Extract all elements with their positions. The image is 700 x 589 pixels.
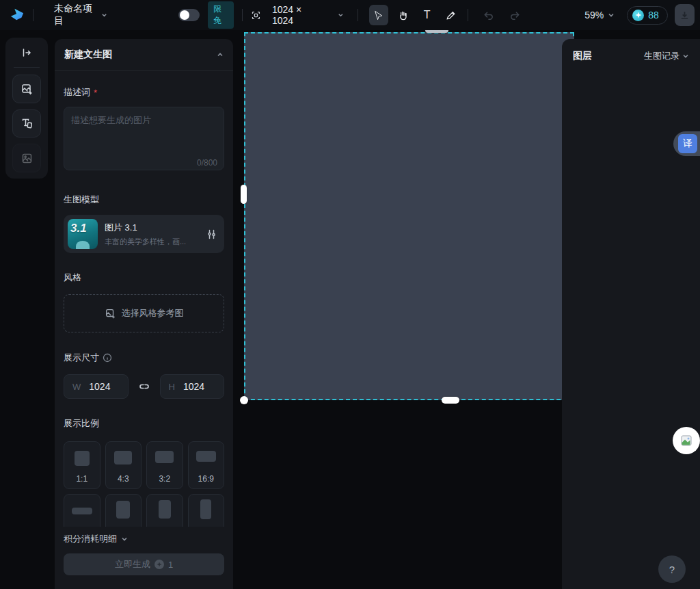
image-reference-button[interactable] bbox=[12, 144, 41, 172]
text-tool-button[interactable]: T bbox=[418, 5, 436, 25]
generate-cost: 1 bbox=[168, 560, 173, 570]
height-label: H bbox=[169, 382, 175, 392]
credit-coin-icon bbox=[154, 560, 164, 569]
chevron-down-icon bbox=[121, 536, 128, 542]
project-name-menu[interactable]: 未命名项目 bbox=[54, 3, 107, 27]
link-icon bbox=[138, 380, 150, 393]
divider bbox=[468, 9, 468, 21]
divider bbox=[14, 67, 40, 68]
panel-header[interactable]: 新建文生图 bbox=[55, 39, 233, 71]
image-add-icon bbox=[105, 308, 116, 319]
ratio-shape bbox=[116, 501, 130, 519]
generate-label: 立即生成 bbox=[115, 558, 150, 571]
undo-button[interactable] bbox=[479, 5, 497, 25]
required-mark: * bbox=[94, 88, 97, 98]
char-counter: 0/800 bbox=[197, 158, 217, 168]
new-image-generation-button[interactable] bbox=[12, 75, 41, 103]
generate-button[interactable]: 立即生成 1 bbox=[64, 553, 224, 575]
size-section-label: 展示尺寸 bbox=[64, 352, 99, 364]
ratio-option-3-2[interactable]: 3:2 bbox=[146, 441, 183, 489]
zoom-level: 59% bbox=[584, 10, 604, 21]
height-field[interactable]: H bbox=[160, 374, 225, 399]
credit-coin-icon bbox=[632, 10, 644, 21]
layers-title: 图层 bbox=[573, 50, 592, 62]
image-icon bbox=[21, 152, 33, 165]
height-input[interactable] bbox=[183, 381, 215, 392]
download-button[interactable] bbox=[675, 4, 695, 26]
info-icon[interactable] bbox=[103, 353, 112, 363]
brush-tool-button[interactable] bbox=[442, 5, 460, 25]
cursor-icon bbox=[373, 10, 384, 21]
width-field[interactable]: W bbox=[64, 374, 129, 399]
canvas-artboard[interactable] bbox=[244, 32, 574, 400]
chevron-down-icon bbox=[682, 53, 689, 60]
top-toolbar: 未命名项目 限免 1024 × 1024 T bbox=[0, 0, 700, 30]
ratio-shape bbox=[155, 451, 174, 463]
divider bbox=[358, 9, 358, 21]
project-name: 未命名项目 bbox=[54, 3, 97, 27]
width-input[interactable] bbox=[89, 381, 119, 392]
style-section-label: 风格 bbox=[64, 272, 81, 284]
chevron-down-icon bbox=[101, 12, 107, 18]
canvas-size-value: 1024 × 1024 bbox=[272, 4, 319, 26]
ratio-shape bbox=[159, 500, 171, 519]
translate-widget[interactable]: 译 bbox=[673, 131, 700, 156]
text-image-icon bbox=[21, 117, 33, 130]
toggle-knob bbox=[180, 10, 189, 20]
ratio-option-4-3[interactable]: 4:3 bbox=[105, 441, 142, 489]
style-button-label: 选择风格参考图 bbox=[122, 307, 184, 319]
chevron-up-icon[interactable] bbox=[217, 51, 224, 58]
credit-count: 88 bbox=[648, 10, 659, 21]
ratio-section-label: 展示比例 bbox=[64, 417, 99, 430]
generation-history-dropdown[interactable]: 生图记录 bbox=[644, 50, 689, 62]
hand-tool-button[interactable] bbox=[394, 5, 412, 25]
chevron-down-icon[interactable] bbox=[338, 12, 344, 18]
layers-panel: 图层 生图记录 bbox=[562, 39, 700, 589]
generation-panel: 新建文生图 描述词 * 0/800 生图模型 3.1 图片 3.1 丰富的美学多… bbox=[55, 39, 233, 589]
help-button[interactable]: ? bbox=[658, 555, 686, 583]
link-dimensions-button[interactable] bbox=[129, 380, 160, 393]
ratio-option-1-1[interactable]: 1:1 bbox=[64, 441, 100, 489]
model-thumbnail: 3.1 bbox=[68, 219, 98, 249]
text-to-image-button[interactable] bbox=[12, 109, 41, 138]
image-icon bbox=[680, 434, 692, 447]
redo-icon bbox=[509, 10, 521, 21]
app-logo-icon[interactable] bbox=[10, 7, 25, 23]
ratio-shape bbox=[114, 451, 132, 464]
redo-button[interactable] bbox=[506, 5, 524, 25]
asset-float-button[interactable] bbox=[673, 427, 700, 454]
resize-handle-bottom-left[interactable] bbox=[240, 396, 248, 404]
panel-footer: 积分消耗明细 立即生成 1 bbox=[55, 527, 233, 589]
model-version: 3.1 bbox=[70, 222, 87, 235]
select-tool-button[interactable] bbox=[369, 5, 388, 25]
resize-handle-bottom[interactable] bbox=[442, 397, 459, 404]
mode-toggle[interactable] bbox=[178, 9, 200, 21]
ratio-shape bbox=[196, 451, 216, 462]
model-description: 丰富的美学多样性，画... bbox=[105, 237, 206, 247]
brush-icon bbox=[445, 10, 457, 21]
zoom-control[interactable]: 59% bbox=[584, 10, 615, 21]
width-label: W bbox=[72, 382, 81, 392]
canvas-size-icon[interactable] bbox=[251, 10, 261, 21]
model-settings-icon[interactable] bbox=[206, 228, 217, 240]
download-icon bbox=[679, 10, 690, 21]
panel-title: 新建文生图 bbox=[64, 49, 112, 61]
image-add-icon bbox=[21, 83, 33, 96]
collapse-panel-button[interactable] bbox=[5, 38, 48, 67]
hand-icon bbox=[397, 10, 409, 21]
credits-detail-toggle[interactable]: 积分消耗明细 bbox=[64, 533, 224, 545]
translate-icon: 译 bbox=[678, 134, 697, 153]
chevron-down-icon bbox=[608, 12, 615, 18]
resize-handle-left[interactable] bbox=[241, 185, 247, 204]
model-name: 图片 3.1 bbox=[105, 222, 206, 234]
tools-sidebar bbox=[5, 38, 48, 179]
free-badge: 限免 bbox=[208, 1, 234, 29]
text-tool-icon: T bbox=[424, 9, 431, 21]
ratio-shape bbox=[72, 508, 92, 514]
model-card[interactable]: 3.1 图片 3.1 丰富的美学多样性，画... bbox=[64, 215, 224, 253]
style-reference-button[interactable]: 选择风格参考图 bbox=[64, 294, 224, 332]
model-thumb-figure bbox=[76, 241, 90, 249]
ratio-option-16-9[interactable]: 16:9 bbox=[188, 441, 225, 489]
credits-pill[interactable]: 88 bbox=[627, 6, 668, 25]
divider bbox=[242, 9, 243, 21]
